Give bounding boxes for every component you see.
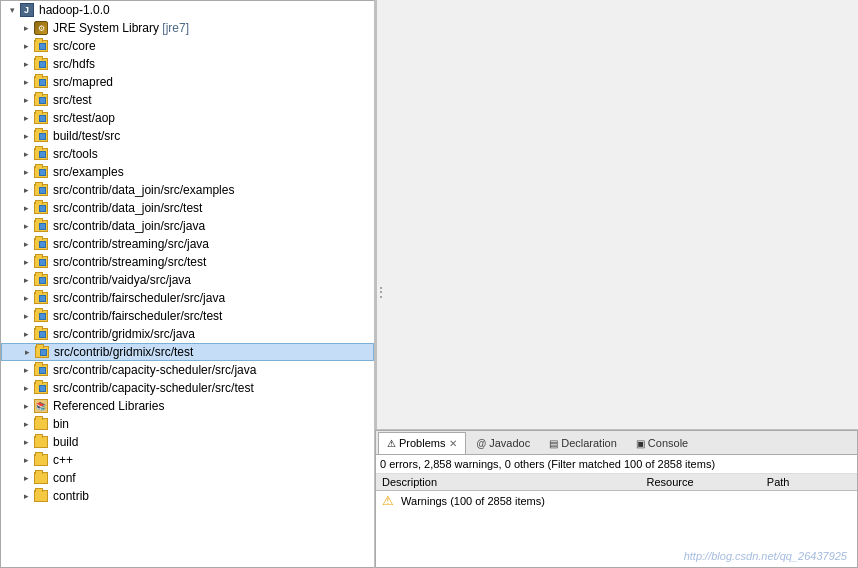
src-folder-icon (33, 254, 49, 270)
folder-label: build (53, 435, 78, 449)
src-label: src/contrib/capacity-scheduler/src/test (53, 381, 254, 395)
tree-item-datajoin-examples[interactable]: src/contrib/data_join/src/examples (1, 181, 374, 199)
tab-javadoc[interactable]: @ Javadoc (467, 432, 539, 454)
col-path[interactable]: Path (761, 474, 857, 491)
expand-arrow[interactable] (19, 237, 33, 251)
tree-item-project[interactable]: hadoop-1.0.0 (1, 1, 374, 19)
tab-console[interactable]: ▣ Console (627, 432, 697, 454)
expand-arrow-jre[interactable] (19, 21, 33, 35)
tree-item-jre[interactable]: JRE System Library [jre7] (1, 19, 374, 37)
col-resource[interactable]: Resource (641, 474, 761, 491)
expand-arrow[interactable] (19, 399, 33, 413)
src-folder-icon (33, 272, 49, 288)
tab-bar: ⚠ Problems ✕ @ Javadoc ▤ Declaration ▣ C… (376, 431, 857, 455)
src-folder-icon (33, 380, 49, 396)
tree-item-conf[interactable]: conf (1, 469, 374, 487)
tree-item-fairscheduler-test[interactable]: src/contrib/fairscheduler/src/test (1, 307, 374, 325)
filter-status-bar: 0 errors, 2,858 warnings, 0 others (Filt… (376, 455, 857, 474)
tree-item-src-test-aop[interactable]: src/test/aop (1, 109, 374, 127)
expand-arrow[interactable] (19, 111, 33, 125)
src-folder-icon (33, 38, 49, 54)
filter-status-text: 0 errors, 2,858 warnings, 0 others (Filt… (380, 458, 715, 470)
expand-arrow[interactable] (19, 201, 33, 215)
src-label: src/tools (53, 147, 98, 161)
expand-arrow[interactable] (19, 471, 33, 485)
src-label: src/examples (53, 165, 124, 179)
tree-item-src-test[interactable]: src/test (1, 91, 374, 109)
tree-item-capacity-java[interactable]: src/contrib/capacity-scheduler/src/java (1, 361, 374, 379)
ref-libs-label: Referenced Libraries (53, 399, 164, 413)
expand-arrow[interactable] (19, 291, 33, 305)
expand-arrow[interactable] (19, 93, 33, 107)
tree-item-src-mapred[interactable]: src/mapred (1, 73, 374, 91)
tree-item-streaming-java[interactable]: src/contrib/streaming/src/java (1, 235, 374, 253)
warning-icon: ⚠ (382, 493, 394, 508)
src-label: build/test/src (53, 129, 120, 143)
expand-arrow[interactable] (19, 417, 33, 431)
jre-label: JRE System Library [jre7] (53, 21, 189, 35)
col-description[interactable]: Description (376, 474, 641, 491)
tab-problems[interactable]: ⚠ Problems ✕ (378, 432, 466, 454)
tree-item-build-test-src[interactable]: build/test/src (1, 127, 374, 145)
src-folder-icon (33, 164, 49, 180)
expand-arrow[interactable] (19, 327, 33, 341)
tree-item-src-tools[interactable]: src/tools (1, 145, 374, 163)
table-row[interactable]: ⚠ Warnings (100 of 2858 items) (376, 491, 857, 511)
expand-arrow[interactable] (19, 165, 33, 179)
project-explorer: hadoop-1.0.0 JRE System Library [jre7] s… (0, 0, 375, 568)
expand-arrow[interactable] (19, 453, 33, 467)
tree-item-contrib[interactable]: contrib (1, 487, 374, 505)
tree-item-referenced-libs[interactable]: 📚 Referenced Libraries (1, 397, 374, 415)
src-folder-icon (33, 362, 49, 378)
src-label: src/core (53, 39, 96, 53)
expand-arrow[interactable] (19, 75, 33, 89)
src-folder-icon (33, 236, 49, 252)
tree-item-datajoin-test[interactable]: src/contrib/data_join/src/test (1, 199, 374, 217)
src-label: src/contrib/fairscheduler/src/test (53, 309, 222, 323)
tree-item-vaidya-java[interactable]: src/contrib/vaidya/src/java (1, 271, 374, 289)
src-folder-icon (33, 290, 49, 306)
expand-arrow[interactable] (19, 219, 33, 233)
tab-declaration[interactable]: ▤ Declaration (540, 432, 626, 454)
problems-tab-icon: ⚠ (387, 438, 396, 449)
folder-icon (33, 452, 49, 468)
console-tab-icon: ▣ (636, 438, 645, 449)
expand-arrow[interactable] (19, 273, 33, 287)
src-label: src/contrib/fairscheduler/src/java (53, 291, 225, 305)
expand-arrow[interactable] (19, 39, 33, 53)
folder-icon (33, 488, 49, 504)
tree-item-bin[interactable]: bin (1, 415, 374, 433)
problems-tab-close[interactable]: ✕ (449, 438, 457, 449)
tree-item-cpp[interactable]: c++ (1, 451, 374, 469)
expand-arrow[interactable] (5, 3, 19, 17)
problems-tab-label: Problems (399, 437, 445, 449)
expand-arrow[interactable] (19, 363, 33, 377)
warning-resource (641, 491, 761, 511)
tree-item-streaming-test[interactable]: src/contrib/streaming/src/test (1, 253, 374, 271)
javadoc-tab-label: Javadoc (489, 437, 530, 449)
tree-item-build[interactable]: build (1, 433, 374, 451)
tree-item-src-examples[interactable]: src/examples (1, 163, 374, 181)
expand-arrow[interactable] (19, 255, 33, 269)
expand-arrow[interactable] (19, 309, 33, 323)
expand-arrow[interactable] (20, 345, 34, 359)
tree-item-src-core[interactable]: src/core (1, 37, 374, 55)
tree-item-src-hdfs[interactable]: src/hdfs (1, 55, 374, 73)
tree-item-capacity-test[interactable]: src/contrib/capacity-scheduler/src/test (1, 379, 374, 397)
src-label: src/test (53, 93, 92, 107)
tree-item-fairscheduler-java[interactable]: src/contrib/fairscheduler/src/java (1, 289, 374, 307)
expand-arrow[interactable] (19, 381, 33, 395)
tree-view[interactable]: hadoop-1.0.0 JRE System Library [jre7] s… (1, 1, 374, 567)
expand-arrow[interactable] (19, 489, 33, 503)
expand-arrow[interactable] (19, 435, 33, 449)
expand-arrow[interactable] (19, 183, 33, 197)
src-folder-icon (33, 74, 49, 90)
src-folder-icon (33, 110, 49, 126)
declaration-tab-label: Declaration (561, 437, 617, 449)
tree-item-gridmix-java[interactable]: src/contrib/gridmix/src/java (1, 325, 374, 343)
expand-arrow[interactable] (19, 129, 33, 143)
tree-item-gridmix-test[interactable]: src/contrib/gridmix/src/test (1, 343, 374, 361)
expand-arrow[interactable] (19, 147, 33, 161)
tree-item-datajoin-java[interactable]: src/contrib/data_join/src/java (1, 217, 374, 235)
expand-arrow[interactable] (19, 57, 33, 71)
